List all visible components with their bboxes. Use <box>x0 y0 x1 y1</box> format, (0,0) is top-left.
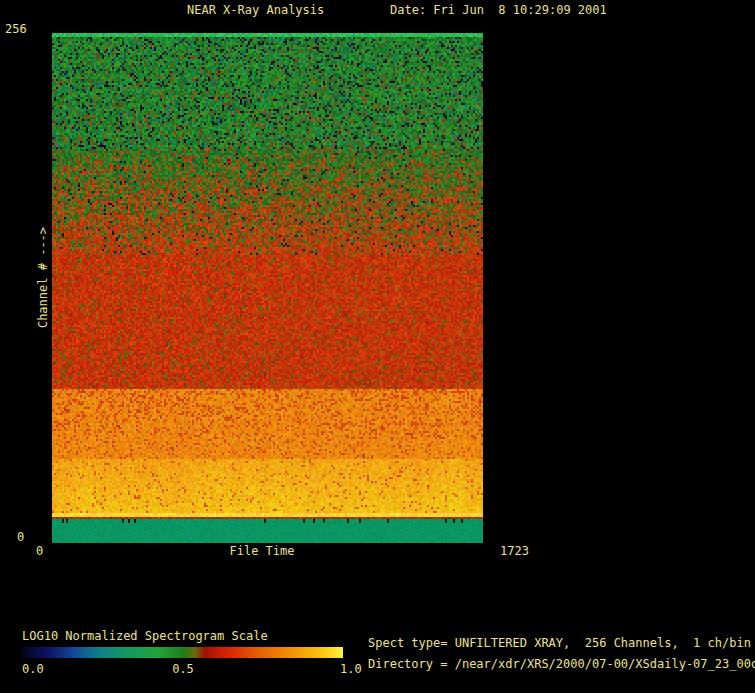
x-axis-right-tick: 1723 <box>500 545 529 558</box>
x-axis-left-tick: 0 <box>36 545 43 558</box>
near-xray-analysis-window: NEAR X-Ray Analysis Date: Fri Jun 8 10:2… <box>0 0 755 693</box>
spect-type-line: Spect type= UNFILTERED XRAY, 256 Channel… <box>368 637 751 650</box>
directory-line: Directory = /near/xdr/XRS/2000/07-00/XSd… <box>368 658 755 671</box>
colorbar-tick-min: 0.0 <box>22 663 44 676</box>
colorbar-tick-max: 1.0 <box>340 663 362 676</box>
date-label: Date: Fri Jun 8 10:29:09 2001 <box>390 4 607 17</box>
colorbar-tick-mid: 0.5 <box>163 663 203 676</box>
colorbar-title: LOG10 Normalized Spectrogram Scale <box>22 630 268 643</box>
y-axis-bottom-tick: 0 <box>17 531 24 544</box>
y-axis-top-tick: 256 <box>5 23 27 36</box>
colorbar-gradient <box>22 647 343 658</box>
x-axis-label: File Time <box>200 545 324 558</box>
y-axis-label: Channel # ---> <box>37 186 50 370</box>
page-title: NEAR X-Ray Analysis <box>187 4 324 17</box>
spectrogram-heatmap <box>52 33 483 543</box>
